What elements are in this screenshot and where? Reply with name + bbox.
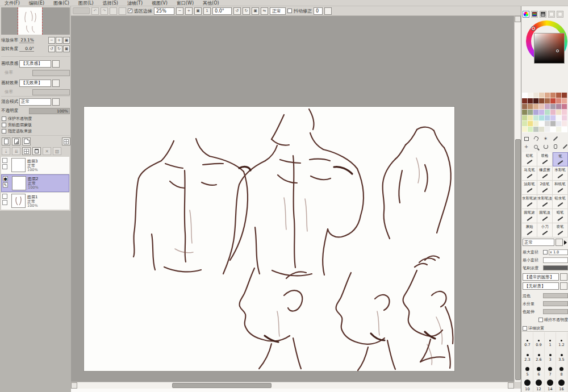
layer1-visibility-toggle[interactable] — [2, 194, 7, 199]
horizontal-scrollbar[interactable] — [71, 382, 514, 389]
brush-eraser[interactable]: 橡皮擦 — [537, 166, 553, 181]
menu-view[interactable]: 视图(V) — [147, 0, 172, 6]
hand-tool-icon[interactable] — [552, 143, 559, 150]
brush-watercolor-dense[interactable]: 水彩笔浓 — [522, 195, 537, 209]
palette-swatch[interactable] — [539, 98, 545, 104]
hsv-slider-tab-icon[interactable] — [540, 11, 546, 18]
layer-row-2-selected[interactable]: ●✎ 图层2 正常 100% — [1, 174, 69, 192]
palette-swatch[interactable] — [528, 127, 533, 132]
scroll-left-button[interactable] — [71, 382, 77, 389]
palette-swatch[interactable] — [562, 93, 567, 98]
palette-swatch[interactable] — [562, 104, 567, 110]
palette-swatch[interactable] — [528, 98, 533, 104]
brush-round-dense[interactable]: 圆笔浓 — [522, 209, 537, 223]
zoom-out-button[interactable]: − — [176, 7, 183, 15]
paper-scale-slider[interactable] — [32, 70, 70, 76]
size-preset[interactable]: 2.6 — [533, 347, 545, 362]
brush-round-light[interactable]: 圆笔淡 — [537, 209, 553, 223]
brush-pencil[interactable]: 铅笔 — [522, 152, 537, 166]
palette-swatch[interactable] — [550, 121, 556, 127]
size-preset[interactable]: 7 — [545, 362, 556, 377]
size-preset[interactable]: 12 — [533, 377, 545, 391]
invert-selection-button[interactable] — [119, 7, 126, 15]
brush-original[interactable]: 原始 — [522, 223, 537, 237]
nav-rotate-cw-button[interactable]: ↻ — [56, 45, 62, 52]
layer2-visibility-toggle[interactable]: ● — [3, 176, 8, 181]
size-preset[interactable]: 5 — [522, 362, 533, 377]
effect-scale-slider[interactable] — [32, 89, 70, 95]
density-slider[interactable] — [543, 265, 568, 270]
palette-swatch[interactable] — [550, 115, 556, 121]
palette-swatch[interactable] — [562, 127, 567, 132]
palette-swatch[interactable] — [556, 110, 562, 115]
palette-swatch[interactable] — [550, 98, 556, 104]
menu-others[interactable]: 其他(O) — [198, 0, 224, 6]
nav-rotate-ccw-button[interactable]: ↺ — [48, 45, 55, 52]
palette-swatch[interactable] — [528, 110, 533, 115]
brush-spray[interactable]: 喷笔 — [553, 223, 568, 237]
advanced-settings-checkbox[interactable] — [523, 326, 527, 331]
color-extend-slider[interactable] — [543, 309, 568, 314]
layer3-lock-toggle[interactable] — [2, 164, 7, 169]
clipping-group-checkbox[interactable] — [2, 123, 6, 127]
size-preset[interactable]: 3.5 — [556, 347, 567, 362]
layer2-lock-toggle[interactable]: ✎ — [3, 182, 8, 187]
canvas-viewport[interactable] — [71, 16, 514, 382]
deselect-button[interactable] — [110, 7, 117, 15]
brush-pen-selected[interactable]: 笔 — [553, 152, 568, 166]
paper-texture-option-button[interactable] — [52, 60, 60, 68]
brush-lead-water[interactable]: 铅水笔 — [553, 195, 568, 209]
brush-binary-pen[interactable]: 2值笔 — [537, 181, 553, 195]
stabilizer-value-dropdown[interactable]: 0 — [314, 7, 323, 15]
layer-panel-option-button[interactable] — [62, 137, 70, 145]
menu-file[interactable]: 文件(F) — [0, 0, 24, 6]
menu-select[interactable]: 选择(S) — [98, 0, 123, 6]
undo-button[interactable]: ↶ — [91, 7, 99, 15]
brush-texture-dropdown[interactable]: 【无材质】 — [523, 282, 559, 290]
new-layer-button[interactable] — [2, 137, 10, 145]
palette-swatch[interactable] — [562, 115, 567, 121]
palette-swatch[interactable] — [545, 93, 550, 98]
menu-layer[interactable]: 图层(L) — [74, 0, 98, 6]
nav-rotate-reset-button[interactable]: ▣ — [63, 45, 70, 52]
blend-strength-slider[interactable] — [543, 293, 568, 298]
palette-swatch[interactable] — [533, 121, 539, 127]
layer-row-1[interactable]: 图层1 正常 100% — [1, 193, 69, 210]
select-pen-tool-icon[interactable] — [552, 135, 559, 142]
nav-zoom-in-button[interactable]: + — [56, 37, 62, 44]
palette-swatch[interactable] — [550, 104, 556, 110]
scroll-right-button[interactable] — [508, 382, 514, 389]
palette-swatch[interactable] — [539, 115, 545, 121]
layer3-visibility-toggle[interactable] — [2, 158, 7, 163]
palette-swatch[interactable] — [545, 110, 550, 115]
scroll-up-button[interactable] — [515, 16, 521, 22]
saturation-value-square[interactable] — [534, 34, 564, 63]
menu-edit[interactable]: 编辑(E) — [24, 0, 49, 6]
menu-filter[interactable]: 滤镜(T) — [123, 0, 147, 6]
size-preset[interactable]: 3 — [545, 347, 556, 362]
material-effect-option-button[interactable] — [52, 80, 60, 87]
palette-swatch[interactable] — [522, 104, 528, 110]
palette-swatch[interactable] — [550, 127, 556, 132]
palette-swatch[interactable] — [539, 127, 545, 132]
palette-swatch[interactable] — [533, 127, 539, 132]
lasso-tool-icon[interactable] — [532, 135, 540, 142]
max-diameter-field[interactable]: x 1.0 — [549, 249, 568, 255]
stabilizer-checkbox[interactable] — [287, 9, 292, 13]
palette-swatch[interactable] — [556, 104, 562, 110]
brush-knife[interactable]: 小刀 — [537, 223, 553, 237]
size-preset[interactable]: 1 — [545, 332, 556, 347]
navigator-preview[interactable] — [1, 7, 70, 35]
copy-layer-button[interactable] — [22, 147, 31, 155]
nav-zoom-out-button[interactable]: − — [48, 37, 55, 44]
clear-layer-button[interactable]: ✕ — [43, 147, 51, 155]
eyedropper-tool-icon[interactable] — [561, 143, 568, 150]
swatches-tab-icon[interactable] — [557, 11, 563, 18]
redo-button[interactable]: ↷ — [101, 7, 108, 15]
palette-swatch[interactable] — [562, 110, 567, 115]
delete-layer-button[interactable] — [32, 147, 41, 155]
brush-mode-option-button[interactable] — [556, 239, 563, 246]
new-vector-layer-button[interactable] — [12, 137, 20, 145]
selection-edge-checkbox[interactable] — [128, 9, 132, 13]
menu-image[interactable]: 图像(C) — [49, 0, 74, 6]
